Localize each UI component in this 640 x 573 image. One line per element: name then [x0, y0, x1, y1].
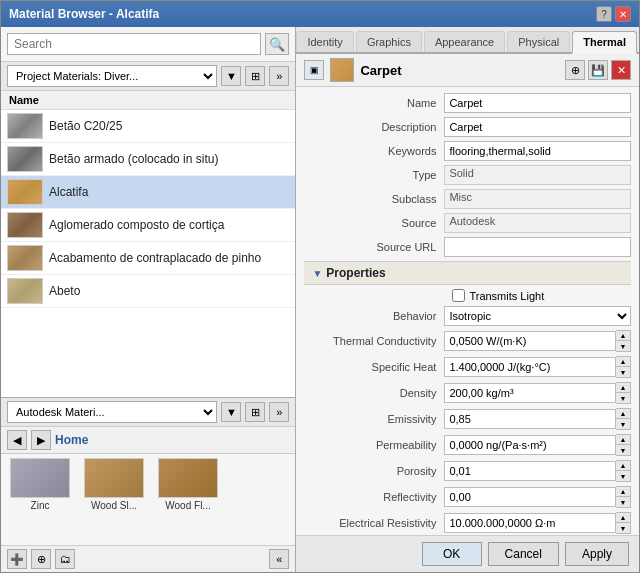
- material-color-icon: [330, 58, 354, 82]
- spinner-buttons: ▲ ▼: [616, 408, 631, 430]
- asset-thumbnail: [84, 458, 144, 498]
- spin-down-button[interactable]: ▼: [616, 393, 630, 403]
- density-spinner: ▲ ▼: [444, 382, 631, 404]
- search-input[interactable]: [7, 33, 261, 55]
- autodesk-dropdown[interactable]: Autodesk Materi...: [7, 401, 217, 423]
- porosity-input[interactable]: [444, 461, 616, 481]
- specific-heat-label: Specific Heat: [304, 361, 444, 373]
- save-asset-button[interactable]: 💾: [588, 60, 608, 80]
- spin-up-button[interactable]: ▲: [616, 409, 630, 419]
- autodesk-bar: Autodesk Materi... ▼ ⊞ »: [1, 398, 295, 427]
- search-button[interactable]: 🔍: [265, 33, 289, 55]
- transmits-light-checkbox[interactable]: [452, 289, 465, 302]
- spin-down-button[interactable]: ▼: [616, 419, 630, 429]
- view-toggle-button[interactable]: ⊞: [245, 66, 265, 86]
- thermal-conductivity-input[interactable]: [444, 331, 616, 351]
- type-value: Solid: [444, 165, 631, 185]
- behavior-select[interactable]: Isotropic: [444, 306, 631, 326]
- duplicate-asset-button[interactable]: ⊕: [565, 60, 585, 80]
- apply-button[interactable]: Apply: [565, 542, 629, 566]
- add-material-button[interactable]: ➕: [7, 549, 27, 569]
- tab-identity[interactable]: Identity: [296, 31, 353, 52]
- name-label: Name: [304, 97, 444, 109]
- type-label: Type: [304, 169, 444, 181]
- tabs: Identity Graphics Appearance Physical Th…: [296, 27, 639, 54]
- list-item[interactable]: Acabamento de contraplacado de pinho: [1, 242, 295, 275]
- field-specific-heat: Specific Heat ▲ ▼: [304, 356, 631, 378]
- spin-down-button[interactable]: ▼: [616, 445, 630, 455]
- spin-down-button[interactable]: ▼: [616, 497, 630, 507]
- spin-up-button[interactable]: ▲: [616, 435, 630, 445]
- specific-heat-input[interactable]: [444, 357, 616, 377]
- field-porosity: Porosity ▲ ▼: [304, 460, 631, 482]
- name-input[interactable]: [444, 93, 631, 113]
- autodesk-more-button[interactable]: ▼: [221, 402, 241, 422]
- spin-down-button[interactable]: ▼: [616, 367, 630, 377]
- asset-item[interactable]: Wood Fl...: [153, 458, 223, 541]
- material-thumbnail: [7, 245, 43, 271]
- project-dropdown[interactable]: Project Materials: Diver...: [7, 65, 217, 87]
- tab-appearance[interactable]: Appearance: [424, 31, 505, 52]
- spinner-buttons: ▲ ▼: [616, 330, 631, 352]
- window-title: Material Browser - Alcatifa: [9, 7, 159, 21]
- spin-down-button[interactable]: ▼: [616, 523, 630, 533]
- add-project-button[interactable]: ▼: [221, 66, 241, 86]
- field-subclass: Subclass Misc: [304, 189, 631, 209]
- tab-graphics[interactable]: Graphics: [356, 31, 422, 52]
- autodesk-options-button[interactable]: »: [269, 402, 289, 422]
- list-header: Name: [1, 91, 295, 110]
- spin-down-button[interactable]: ▼: [616, 341, 630, 351]
- field-name: Name: [304, 93, 631, 113]
- nav-forward-button[interactable]: ▶: [31, 430, 51, 450]
- remove-asset-button[interactable]: ✕: [611, 60, 631, 80]
- density-input[interactable]: [444, 383, 616, 403]
- permeability-input[interactable]: [444, 435, 616, 455]
- spinner-buttons: ▲ ▼: [616, 434, 631, 456]
- source-url-input[interactable]: [444, 237, 631, 257]
- spin-up-button[interactable]: ▲: [616, 461, 630, 471]
- tab-thermal[interactable]: Thermal: [572, 31, 637, 54]
- spin-up-button[interactable]: ▲: [616, 487, 630, 497]
- keywords-input[interactable]: [444, 141, 631, 161]
- spinner-buttons: ▲ ▼: [616, 382, 631, 404]
- tab-physical[interactable]: Physical: [507, 31, 570, 52]
- list-item[interactable]: Aglomerado composto de cortiça: [1, 209, 295, 242]
- list-item[interactable]: Abeto: [1, 275, 295, 308]
- nav-back-button[interactable]: ◀: [7, 430, 27, 450]
- main-window: Material Browser - Alcatifa ? ✕ 🔍 Projec…: [0, 0, 640, 573]
- source-url-label: Source URL: [304, 241, 444, 253]
- permeability-spinner: ▲ ▼: [444, 434, 631, 456]
- material-name: Abeto: [49, 284, 80, 298]
- emissivity-input[interactable]: [444, 409, 616, 429]
- spin-up-button[interactable]: ▲: [616, 331, 630, 341]
- material-header-name: Carpet: [360, 63, 559, 78]
- spin-up-button[interactable]: ▲: [616, 383, 630, 393]
- thermal-conductivity-label: Thermal Conductivity: [304, 335, 444, 347]
- spin-down-button[interactable]: ▼: [616, 471, 630, 481]
- more-options-button[interactable]: »: [269, 66, 289, 86]
- list-item[interactable]: Betão C20/25: [1, 110, 295, 143]
- edit-material-button[interactable]: ⊕: [31, 549, 51, 569]
- reflectivity-input[interactable]: [444, 487, 616, 507]
- asset-item[interactable]: Zinc: [5, 458, 75, 541]
- asset-item[interactable]: Wood Sl...: [79, 458, 149, 541]
- delete-material-button[interactable]: 🗂: [55, 549, 75, 569]
- material-name: Betão C20/25: [49, 119, 122, 133]
- collapse-button[interactable]: «: [269, 549, 289, 569]
- list-item[interactable]: Betão armado (colocado in situ): [1, 143, 295, 176]
- electrical-resistivity-input[interactable]: [444, 513, 616, 533]
- spin-up-button[interactable]: ▲: [616, 357, 630, 367]
- autodesk-view-button[interactable]: ⊞: [245, 402, 265, 422]
- cancel-button[interactable]: Cancel: [488, 542, 559, 566]
- close-button[interactable]: ✕: [615, 6, 631, 22]
- left-panel: 🔍 Project Materials: Diver... ▼ ⊞ » Name…: [1, 27, 296, 572]
- help-button[interactable]: ?: [596, 6, 612, 22]
- field-keywords: Keywords: [304, 141, 631, 161]
- main-content: 🔍 Project Materials: Diver... ▼ ⊞ » Name…: [1, 27, 639, 572]
- material-thumbnail: [7, 146, 43, 172]
- list-item-selected[interactable]: Alcatifa: [1, 176, 295, 209]
- ok-button[interactable]: OK: [422, 542, 482, 566]
- spin-up-button[interactable]: ▲: [616, 513, 630, 523]
- project-bar: Project Materials: Diver... ▼ ⊞ »: [1, 62, 295, 91]
- description-input[interactable]: [444, 117, 631, 137]
